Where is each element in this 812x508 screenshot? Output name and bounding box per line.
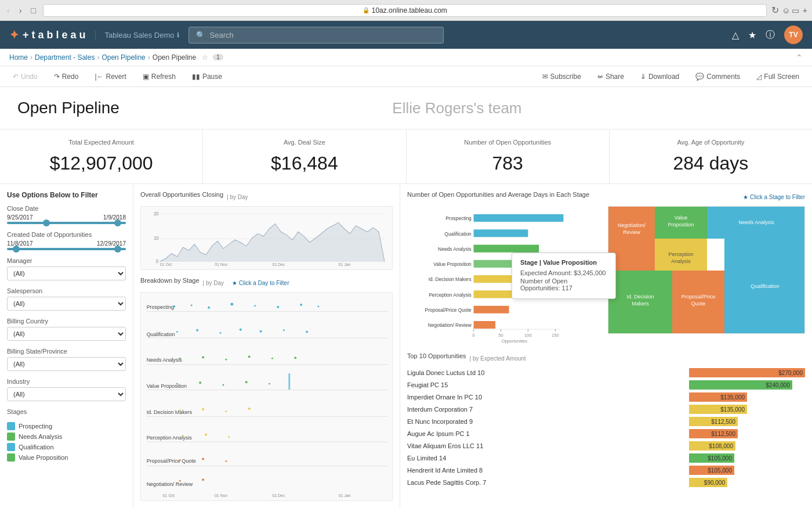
kpi-age-value: 284 days xyxy=(621,153,800,174)
svg-text:Qualification: Qualification xyxy=(444,231,472,237)
svg-rect-46 xyxy=(147,416,388,417)
filter-panel: Use Options Below to Filter Close Date 9… xyxy=(0,184,133,508)
duplicate-tab-button[interactable]: ▭ xyxy=(792,6,799,15)
download-button[interactable]: ⇓ Download xyxy=(637,71,683,82)
top10-bar: $108,000 xyxy=(689,441,735,451)
svg-point-19 xyxy=(318,305,320,307)
svg-text:01 Nov: 01 Nov xyxy=(215,493,228,498)
list-item[interactable]: Ligula Donec Luctus Ltd 10 $270,000 xyxy=(407,368,805,378)
svg-point-15 xyxy=(230,302,233,305)
svg-text:01 Oct: 01 Oct xyxy=(160,262,172,266)
salesperson-select[interactable]: (All) xyxy=(7,297,126,311)
svg-rect-84 xyxy=(474,321,496,329)
list-item[interactable]: Lacus Pede Sagittis Corp. 7 $90,000 xyxy=(407,477,805,488)
fullscreen-button[interactable]: ◿ Full Screen xyxy=(753,71,803,82)
svg-point-24 xyxy=(219,332,221,334)
manager-select[interactable]: (All) xyxy=(7,266,126,280)
breakdown-click-filter[interactable]: ★ Click a Day to Filter xyxy=(232,280,289,286)
svg-text:Makers: Makers xyxy=(632,301,649,307)
list-item[interactable]: Interdum Corporation 7 $135,000 xyxy=(407,404,805,415)
list-item[interactable]: Imperdiet Ornare In PC 10 $135,000 xyxy=(407,392,805,402)
billing-country-select[interactable]: (All) xyxy=(7,327,126,341)
svg-text:Opportunities: Opportunities xyxy=(502,338,528,344)
svg-text:Qualification: Qualification xyxy=(751,283,780,289)
svg-point-26 xyxy=(260,330,262,333)
star-icon[interactable]: ★ xyxy=(748,30,756,41)
svg-point-16 xyxy=(254,305,256,307)
svg-rect-71 xyxy=(474,229,528,237)
svg-point-62 xyxy=(179,480,181,482)
created-date-slider[interactable] xyxy=(7,248,126,250)
svg-point-35 xyxy=(271,358,273,359)
reload-button[interactable]: ↻ xyxy=(771,5,779,16)
industry-select[interactable]: (All) xyxy=(7,387,126,401)
header-actions: △ ★ ⓘ TV xyxy=(732,26,803,44)
list-item[interactable]: Et Nunc Incorporated 9 $112,500 xyxy=(407,416,805,427)
top10-bar-area: $240,000 xyxy=(689,380,805,390)
list-item[interactable]: Feugiat PC 15 $240,000 xyxy=(407,380,805,390)
list-item[interactable]: Eu Limited 14 $105,000 xyxy=(407,453,805,463)
svg-point-18 xyxy=(300,304,302,306)
top10-title: Top 10 Opportunities xyxy=(407,352,466,359)
toolbar: ↶ Undo ↷ Redo |← Revert ▣ Refresh ▮▮ Pau… xyxy=(0,66,812,87)
kpi-total-label: Total Expected Amount xyxy=(12,139,191,146)
back-button[interactable]: ‹ xyxy=(5,5,12,16)
svg-point-17 xyxy=(277,306,279,308)
right-charts: Number of Open Opportunities and Average… xyxy=(400,184,812,508)
legend-needs-analysis: Needs Analysis xyxy=(7,433,126,441)
close-date-slider[interactable] xyxy=(7,222,126,224)
pause-button[interactable]: ▮▮ Pause xyxy=(188,71,226,82)
filter-billing-state: Billing State/Province (All) xyxy=(7,348,126,371)
filter-salesperson: Salesperson (All) xyxy=(7,287,126,311)
share-browser-button[interactable]: ⎉ xyxy=(784,6,788,15)
breadcrumb-department[interactable]: Department - Sales xyxy=(35,53,95,62)
search-input[interactable] xyxy=(210,31,436,39)
svg-text:0: 0 xyxy=(156,258,159,264)
svg-rect-82 xyxy=(474,306,509,314)
collapse-button[interactable]: ⌃ xyxy=(796,53,803,62)
svg-text:50: 50 xyxy=(498,333,503,338)
forward-button[interactable]: › xyxy=(17,5,24,16)
refresh-button[interactable]: ▣ Refresh xyxy=(139,71,179,82)
legend-label-qualification: Qualification xyxy=(19,444,54,451)
avatar[interactable]: TV xyxy=(784,26,803,44)
breadcrumb-home[interactable]: Home xyxy=(9,53,28,62)
redo-icon: ↷ xyxy=(54,73,60,81)
new-tab-button[interactable]: + xyxy=(803,6,807,15)
undo-button[interactable]: ↶ Undo xyxy=(9,71,41,82)
top10-bar: $90,000 xyxy=(689,478,727,487)
refresh-icon: ▣ xyxy=(143,73,149,81)
kpi-avg-deal: Avg. Deal Size $16,484 xyxy=(203,129,406,183)
svg-text:Value Proposition: Value Proposition xyxy=(433,261,472,267)
tab-button[interactable]: □ xyxy=(28,5,38,16)
svg-point-47 xyxy=(179,409,181,411)
filter-billing-country: Billing Country (All) xyxy=(7,318,126,341)
top10-bar: $135,000 xyxy=(689,392,747,402)
help-icon[interactable]: ⓘ xyxy=(766,29,775,41)
svg-text:150: 150 xyxy=(552,333,559,338)
alert-icon[interactable]: △ xyxy=(732,30,739,41)
overall-chart-subtitle: | by Day xyxy=(227,194,248,200)
list-item[interactable]: Augue Ac Ipsum PC 1 $112,500 xyxy=(407,428,805,439)
svg-text:Needs Analysis: Needs Analysis xyxy=(738,219,774,225)
star-bookmark[interactable]: ☆ xyxy=(202,53,208,62)
comments-button[interactable]: 💬 Comments xyxy=(692,71,744,82)
svg-point-22 xyxy=(176,331,178,333)
list-item[interactable]: Hendrerit Id Ante Limited 8 $105,000 xyxy=(407,465,805,475)
svg-rect-57 xyxy=(147,466,388,466)
bar-chart-click-filter[interactable]: ★ Click a Stage to Filter xyxy=(743,194,805,200)
svg-rect-30 xyxy=(147,364,388,365)
revert-button[interactable]: |← Revert xyxy=(91,71,129,82)
billing-state-select[interactable]: (All) xyxy=(7,357,126,371)
download-icon: ⇓ xyxy=(640,73,646,81)
breadcrumb-pipeline[interactable]: Open Pipeline xyxy=(102,53,145,62)
list-item[interactable]: Vitae Aliquam Eros LLC 11 $108,000 xyxy=(407,441,805,451)
created-date-range: 11/8/2017 12/29/2017 xyxy=(7,240,126,247)
subscribe-button[interactable]: ✉ Subscribe xyxy=(539,71,585,82)
top10-bar: $112,500 xyxy=(689,429,738,438)
redo-button[interactable]: ↷ Redo xyxy=(50,71,82,82)
top10-bar: $112,500 xyxy=(689,417,738,426)
svg-point-58 xyxy=(179,459,181,461)
tooltip: Stage | Value Proposition Expected Amoun… xyxy=(512,253,616,299)
share-button[interactable]: ⇍ Share xyxy=(594,71,628,82)
